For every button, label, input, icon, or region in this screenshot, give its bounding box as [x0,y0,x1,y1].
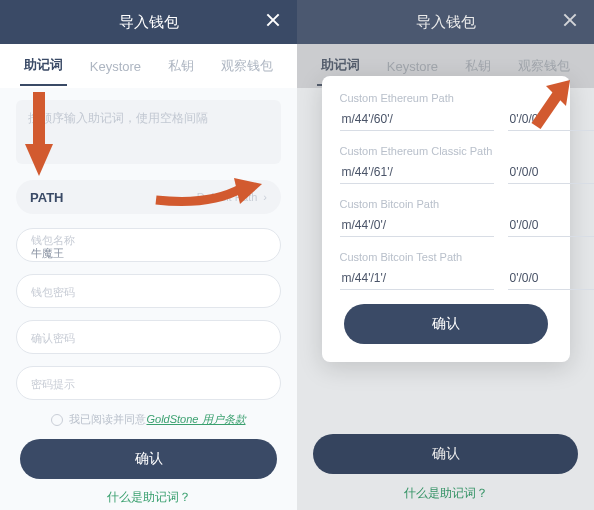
field-label: 钱包名称 [31,234,266,247]
modal-overlay: Custom Ethereum Path Custom Ethereum Cla… [297,0,594,510]
path-group: Custom Bitcoin Test Path [340,251,552,290]
group-label: Custom Ethereum Path [340,92,552,104]
form-area: 按顺序输入助记词，使用空格间隔 PATH Default Path › 钱包名称… [0,88,297,506]
group-label: Custom Bitcoin Test Path [340,251,552,263]
screen-import-wallet-main: 导入钱包 助记词 Keystore 私钥 观察钱包 按顺序输入助记词，使用空格间… [0,0,297,510]
path-suffix-input[interactable] [508,214,595,237]
terms-link[interactable]: GoldStone 用户条款 [146,412,245,427]
close-icon[interactable] [263,10,283,30]
mnemonic-placeholder: 按顺序输入助记词，使用空格间隔 [28,111,208,125]
wallet-name-field[interactable]: 钱包名称 牛魔王 [16,228,281,262]
confirm-button[interactable]: 确认 [20,439,277,479]
path-prefix-input[interactable] [340,161,494,184]
wallet-password-field[interactable]: 钱包密码 [16,274,281,308]
path-group: Custom Ethereum Path [340,92,552,131]
help-link[interactable]: 什么是助记词？ [16,489,281,506]
path-suffix-input[interactable] [508,108,595,131]
terms-row: 我已阅读并同意 GoldStone 用户条款 [16,412,281,427]
path-suffix-input[interactable] [508,267,595,290]
field-value: 牛魔王 [31,247,266,259]
path-current-value: Default Path [197,191,258,203]
tab-watch[interactable]: 观察钱包 [217,47,277,85]
group-label: Custom Bitcoin Path [340,198,552,210]
confirm-password-field[interactable]: 确认密码 [16,320,281,354]
tab-keystore[interactable]: Keystore [86,49,145,84]
path-group: Custom Bitcoin Path [340,198,552,237]
screen-import-wallet-path-modal: 导入钱包 助记词 Keystore 私钥 观察钱包 确认 什么是助记词？ Cus… [297,0,594,510]
path-prefix-input[interactable] [340,267,494,290]
tab-privatekey[interactable]: 私钥 [164,47,198,85]
path-prefix-input[interactable] [340,214,494,237]
import-tabs: 助记词 Keystore 私钥 观察钱包 [0,44,297,88]
mnemonic-input[interactable]: 按顺序输入助记词，使用空格间隔 [16,100,281,164]
field-label: 确认密码 [31,332,266,345]
path-suffix-input[interactable] [508,161,595,184]
field-label: 密码提示 [31,378,266,391]
header-bar: 导入钱包 [0,0,297,44]
terms-text: 我已阅读并同意 [69,412,146,427]
modal-confirm-button[interactable]: 确认 [344,304,548,344]
chevron-right-icon: › [263,191,267,203]
path-group: Custom Ethereum Classic Path [340,145,552,184]
terms-checkbox[interactable] [51,414,63,426]
field-label: 钱包密码 [31,286,266,299]
group-label: Custom Ethereum Classic Path [340,145,552,157]
header-title: 导入钱包 [119,13,179,32]
path-selector[interactable]: PATH Default Path › [16,180,281,214]
path-config-modal: Custom Ethereum Path Custom Ethereum Cla… [322,76,570,362]
password-hint-field[interactable]: 密码提示 [16,366,281,400]
tab-mnemonic[interactable]: 助记词 [20,46,67,86]
path-prefix-input[interactable] [340,108,494,131]
path-label: PATH [30,190,63,205]
